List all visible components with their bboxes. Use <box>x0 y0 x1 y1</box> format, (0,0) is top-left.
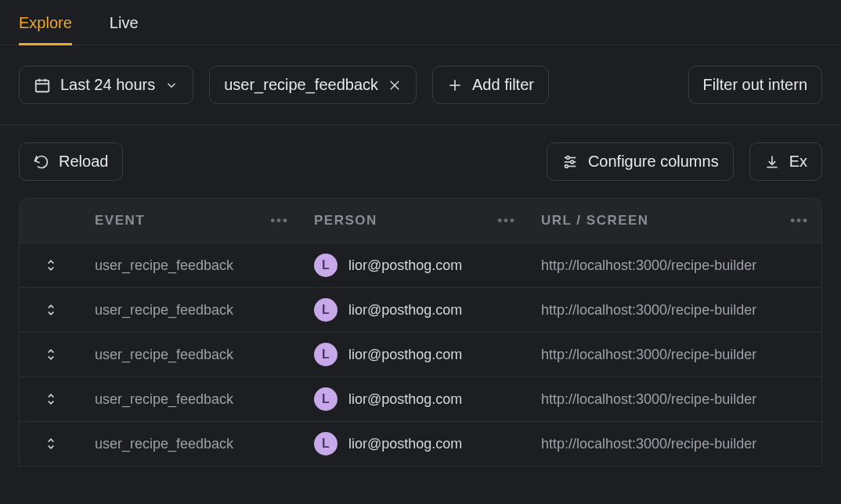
sort-icon <box>43 391 59 407</box>
sort-icon <box>43 302 59 318</box>
avatar: L <box>314 432 337 455</box>
cell-url: http://localhost:3000/recipe-builder <box>529 436 821 452</box>
avatar: L <box>314 298 337 322</box>
reload-button[interactable]: Reload <box>19 142 123 181</box>
cell-url: http://localhost:3000/recipe-builder <box>529 302 821 319</box>
filter-row: Last 24 hours user_recipe_feedback Add f… <box>0 45 841 125</box>
event-filter-chip[interactable]: user_recipe_feedback <box>209 66 417 104</box>
sort-icon <box>43 436 59 452</box>
svg-point-9 <box>566 156 569 159</box>
expand-handle[interactable] <box>20 302 82 318</box>
chevron-down-icon <box>164 78 179 92</box>
col-event-menu-icon[interactable]: ••• <box>270 213 289 229</box>
avatar: L <box>314 254 337 277</box>
daterange-picker[interactable]: Last 24 hours <box>19 66 193 104</box>
filter-internal-button[interactable]: Filter out intern <box>688 66 822 104</box>
person-email: lior@posthog.com <box>348 436 462 452</box>
person-email: lior@posthog.com <box>348 391 462 408</box>
svg-rect-0 <box>36 80 49 92</box>
expand-handle[interactable] <box>20 436 82 452</box>
calendar-icon <box>34 77 51 94</box>
tab-live[interactable]: Live <box>110 14 139 45</box>
col-person-label: PERSON <box>314 213 377 229</box>
cell-person[interactable]: L lior@posthog.com <box>301 387 529 411</box>
export-label: Ex <box>789 153 807 171</box>
col-person-menu-icon[interactable]: ••• <box>497 213 516 229</box>
cell-person[interactable]: L lior@posthog.com <box>301 343 529 366</box>
person-email: lior@posthog.com <box>348 257 462 274</box>
cell-person[interactable]: L lior@posthog.com <box>301 432 529 455</box>
person-email: lior@posthog.com <box>348 302 462 319</box>
configure-columns-label: Configure columns <box>588 153 719 171</box>
events-table: EVENT ••• PERSON ••• URL / SCREEN ••• us… <box>19 198 822 466</box>
table-row[interactable]: user_recipe_feedback L lior@posthog.com … <box>20 243 821 287</box>
configure-columns-button[interactable]: Configure columns <box>547 142 734 181</box>
col-url: URL / SCREEN ••• <box>529 199 821 243</box>
col-url-menu-icon[interactable]: ••• <box>790 213 809 229</box>
table-row[interactable]: user_recipe_feedback L lior@posthog.com … <box>20 332 821 376</box>
top-tabs: Explore Live <box>0 0 841 45</box>
table-row[interactable]: user_recipe_feedback L lior@posthog.com … <box>20 376 821 421</box>
cell-event: user_recipe_feedback <box>82 257 301 274</box>
cell-event: user_recipe_feedback <box>82 302 301 319</box>
cell-event: user_recipe_feedback <box>82 347 301 363</box>
cell-url: http://localhost:3000/recipe-builder <box>529 257 821 274</box>
table-row[interactable]: user_recipe_feedback L lior@posthog.com … <box>20 287 821 332</box>
plus-icon <box>447 77 463 93</box>
add-filter-button[interactable]: Add filter <box>432 66 549 104</box>
action-row: Reload Configure columns Ex <box>0 125 841 198</box>
close-icon[interactable] <box>388 78 402 92</box>
cell-url: http://localhost:3000/recipe-builder <box>529 347 821 363</box>
svg-point-11 <box>571 160 574 164</box>
cell-person[interactable]: L lior@posthog.com <box>301 254 529 277</box>
expand-handle[interactable] <box>20 347 82 362</box>
tab-explore[interactable]: Explore <box>19 14 72 45</box>
add-filter-label: Add filter <box>472 76 534 94</box>
sort-icon <box>43 257 59 273</box>
person-email: lior@posthog.com <box>348 347 462 363</box>
reload-label: Reload <box>59 153 108 171</box>
svg-point-13 <box>565 164 568 167</box>
avatar: L <box>314 387 337 411</box>
col-url-label: URL / SCREEN <box>541 213 649 229</box>
avatar: L <box>314 343 337 366</box>
cell-event: user_recipe_feedback <box>82 391 301 408</box>
reload-icon <box>34 154 49 170</box>
cell-url: http://localhost:3000/recipe-builder <box>529 391 821 408</box>
col-person: PERSON ••• <box>301 199 529 243</box>
cell-event: user_recipe_feedback <box>82 436 301 452</box>
table-row[interactable]: user_recipe_feedback L lior@posthog.com … <box>20 421 821 466</box>
col-event-label: EVENT <box>95 213 145 229</box>
table-header: EVENT ••• PERSON ••• URL / SCREEN ••• <box>20 199 821 243</box>
filter-internal-label: Filter out intern <box>703 76 807 94</box>
cell-person[interactable]: L lior@posthog.com <box>301 298 529 322</box>
download-icon <box>764 154 780 170</box>
sliders-icon <box>561 153 579 171</box>
event-filter-label: user_recipe_feedback <box>224 76 378 94</box>
col-handle <box>20 199 82 243</box>
expand-handle[interactable] <box>20 257 82 273</box>
expand-handle[interactable] <box>20 391 82 407</box>
daterange-label: Last 24 hours <box>60 76 155 94</box>
col-event: EVENT ••• <box>82 199 301 243</box>
export-button[interactable]: Ex <box>749 142 822 181</box>
sort-icon <box>43 347 59 362</box>
